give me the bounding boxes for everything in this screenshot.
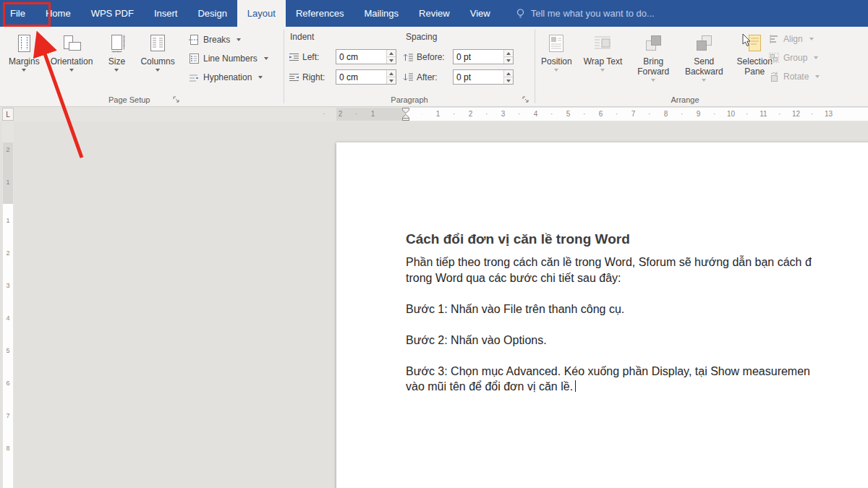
- indent-right-value[interactable]: [336, 70, 386, 84]
- hyphenation-button[interactable]: Hyphenation: [185, 68, 271, 87]
- position-icon: [545, 32, 567, 55]
- vertical-ruler[interactable]: 21 12345678: [2, 121, 14, 488]
- group-label: Group: [783, 53, 807, 63]
- ruler-number: 9: [682, 107, 715, 121]
- menu-tab[interactable]: References: [286, 0, 354, 27]
- spinner-down-button[interactable]: [504, 56, 513, 64]
- spinner-down-button[interactable]: [387, 56, 396, 64]
- wrap-text-label: Wrap Text: [584, 56, 623, 67]
- spinner-down-button[interactable]: [387, 77, 396, 84]
- spacing-before-icon: [403, 52, 414, 62]
- indent-right-input[interactable]: [336, 69, 396, 85]
- line-numbers-label: Line Numbers: [203, 53, 258, 64]
- menu-tab[interactable]: Insert: [144, 0, 188, 27]
- document-page[interactable]: Cách đổi đơn vị căn lề trong Word Phần t…: [336, 142, 868, 488]
- ruler-number: 2: [454, 107, 487, 121]
- chevron-down-icon: [554, 69, 558, 72]
- document-text-line[interactable]: vào mũi tên để đổi đơn vị căn lề.: [406, 379, 868, 395]
- wrap-text-icon: [592, 32, 613, 55]
- text-cursor: [575, 380, 576, 392]
- breaks-button[interactable]: Breaks: [185, 30, 271, 49]
- ruler-number: 2: [324, 107, 357, 121]
- ruler-number: 6: [2, 367, 14, 399]
- orientation-button[interactable]: Orientation: [46, 29, 98, 94]
- document-text-line[interactable]: [406, 348, 868, 364]
- columns-button[interactable]: Columns: [136, 29, 179, 94]
- menu-tab[interactable]: Review: [409, 0, 460, 27]
- tab-stop-selector[interactable]: L: [2, 108, 14, 121]
- menu-tab[interactable]: Mailings: [354, 0, 409, 27]
- columns-icon: [147, 32, 169, 55]
- position-button: Position: [537, 29, 576, 94]
- arrange-group: Position Wrap Text Bring Forward: [535, 27, 835, 106]
- ruler-number: 12: [780, 107, 812, 121]
- spacing-after-value[interactable]: [454, 70, 503, 84]
- spinner-up-button[interactable]: [387, 70, 396, 77]
- document-text-line[interactable]: [406, 286, 868, 301]
- wrap-text-button: Wrap Text: [579, 29, 627, 94]
- rotate-icon: [768, 71, 780, 82]
- lightbulb-icon: [515, 8, 526, 19]
- document-text-line[interactable]: trong Word qua các bước chi tiết sau đây…: [406, 270, 868, 286]
- ruler-number: 3: [487, 107, 519, 121]
- menu-tab-label: Layout: [247, 8, 276, 19]
- chevron-down-icon: [264, 57, 268, 60]
- spinner-down-button[interactable]: [504, 77, 513, 84]
- paragraph-group: Indent Spacing Left: Right:: [284, 27, 535, 106]
- menu-tab-label: Design: [197, 8, 226, 19]
- group-button: Group: [765, 48, 822, 67]
- document-text-line[interactable]: Phần tiếp theo trong cách căn lề trong W…: [406, 254, 868, 270]
- margins-label: Margins: [9, 56, 40, 67]
- align-icon: [768, 33, 780, 45]
- chevron-down-icon: [156, 69, 160, 72]
- ruler-number: 1: [357, 107, 389, 121]
- spacing-before-label: Before:: [417, 52, 450, 62]
- ruler-numbers: 12345678910111213: [422, 107, 868, 121]
- tell-me-label: Tell me what you want to do...: [531, 8, 655, 19]
- margins-button[interactable]: Margins: [4, 29, 44, 94]
- menu-tab[interactable]: WPS PDF: [81, 0, 144, 27]
- spinner-up-button[interactable]: [504, 70, 513, 77]
- chevron-down-icon: [69, 69, 74, 72]
- vruler-numbers: 12345678: [2, 204, 14, 488]
- hyphenation-icon: [188, 72, 200, 83]
- tell-me-box[interactable]: Tell me what you want to do...: [515, 0, 655, 27]
- ruler-number: 1: [422, 107, 454, 121]
- document-text-line[interactable]: Bước 1: Nhấn vào File trên thanh công cụ…: [406, 301, 868, 317]
- indent-left-value[interactable]: [336, 50, 386, 64]
- align-label: Align: [783, 34, 803, 44]
- menu-tab[interactable]: Design: [187, 0, 237, 27]
- document-text-line[interactable]: Bước 3: Chọn mục Advanced. Kéo xuống phầ…: [406, 364, 868, 380]
- ruler-number: 13: [812, 107, 845, 121]
- horizontal-ruler[interactable]: 21 12345678910111213: [0, 107, 868, 121]
- paragraph-dialog-launcher-icon[interactable]: [522, 95, 530, 104]
- document-text-line[interactable]: [406, 317, 868, 333]
- spinner-up-button[interactable]: [387, 50, 396, 56]
- tab-stop-symbol: L: [6, 111, 10, 119]
- menu-tab[interactable]: Layout: [237, 0, 286, 27]
- rotate-button: Rotate: [765, 67, 822, 86]
- document-heading[interactable]: Cách đổi đơn vị căn lề trong Word: [406, 230, 868, 249]
- ruler-number: 5: [552, 107, 584, 121]
- menu-tab[interactable]: View: [460, 0, 501, 27]
- page-setup-dialog-launcher-icon[interactable]: [172, 95, 181, 104]
- spacing-before-value[interactable]: [454, 50, 503, 64]
- line-numbers-button[interactable]: Line Numbers: [185, 49, 271, 68]
- indent-markers[interactable]: [401, 107, 411, 121]
- spinner-up-button[interactable]: [504, 50, 513, 56]
- spacing-before-input[interactable]: [453, 49, 514, 64]
- menu-tab[interactable]: Home: [35, 0, 81, 27]
- menu-tab[interactable]: File: [0, 0, 35, 27]
- menu-tab-label: Insert: [154, 8, 178, 19]
- menu-tab-label: References: [296, 8, 344, 19]
- arrange-group-label: Arrange: [535, 95, 835, 104]
- spacing-after-label: After:: [417, 72, 450, 82]
- ruler-number: 8: [2, 432, 14, 464]
- ruler-number: 1: [2, 166, 14, 198]
- spacing-after-input[interactable]: [453, 69, 514, 85]
- document-text-line[interactable]: Bước 2: Nhấn vào Options.: [406, 333, 868, 348]
- spacing-header: Spacing: [406, 32, 437, 42]
- size-button[interactable]: Size: [99, 29, 134, 94]
- indent-left-input[interactable]: [336, 49, 396, 64]
- ribbon: Margins Orientation Size: [0, 27, 868, 107]
